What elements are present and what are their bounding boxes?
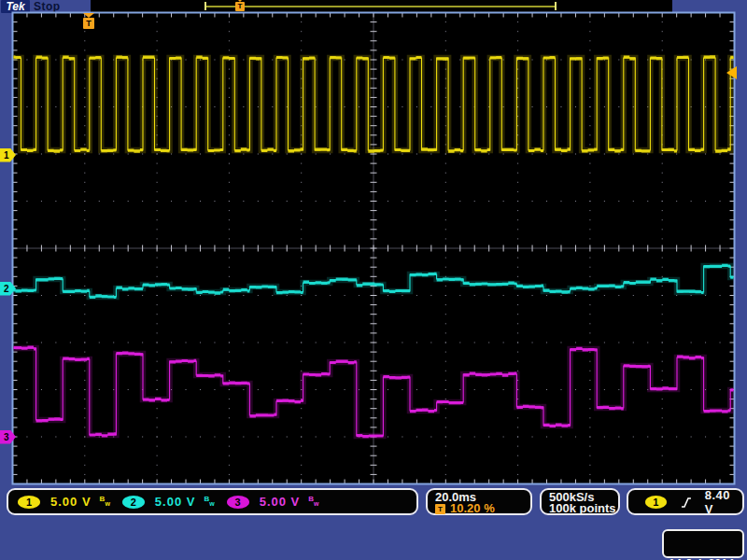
rising-slope-icon	[681, 496, 692, 509]
waveform-display	[0, 0, 747, 560]
acquisition-readout-box[interactable]: 500kS/s 100k points	[540, 488, 620, 515]
trigger-position-t-icon: T	[83, 18, 94, 29]
trigger-t-icon: T	[435, 504, 445, 514]
channel-2-scale: 5.00 V	[155, 495, 196, 509]
channel-1-badge[interactable]: 1	[18, 496, 40, 509]
trigger-position-marker[interactable]: T	[83, 13, 94, 30]
record-length: 100k points	[549, 503, 618, 514]
trigger-level: 8.40 V	[705, 488, 742, 516]
horizontal-readout-box[interactable]: 20.0ms T 10.20 %	[426, 488, 532, 515]
trigger-source-badge: 1	[645, 496, 667, 509]
channel-1-scale: 5.00 V	[50, 495, 92, 509]
channel-3-bandwidth-icon: Bw	[308, 495, 318, 505]
channel-3-scale: 5.00 V	[260, 495, 301, 509]
channel-2-bandwidth-icon: Bw	[204, 495, 214, 505]
channel-1-bandwidth-icon: Bw	[100, 495, 110, 505]
channel-readouts-box[interactable]: 1 5.00 V Bw 2 5.00 V Bw 3 5.00 V Bw	[7, 488, 418, 515]
datetime-box: 14 Jul 2014 04:17:46	[662, 529, 744, 558]
channel-3-badge[interactable]: 3	[227, 496, 249, 509]
channel-2-badge[interactable]: 2	[122, 496, 145, 509]
trigger-readout-box[interactable]: 1 8.40 V	[627, 488, 744, 515]
oscilloscope-screen: Tek Stop T T 1 2 3 1 5.00 V Bw 2 5.00 V …	[0, 0, 747, 560]
trigger-position-percent: 10.20 %	[450, 503, 495, 514]
